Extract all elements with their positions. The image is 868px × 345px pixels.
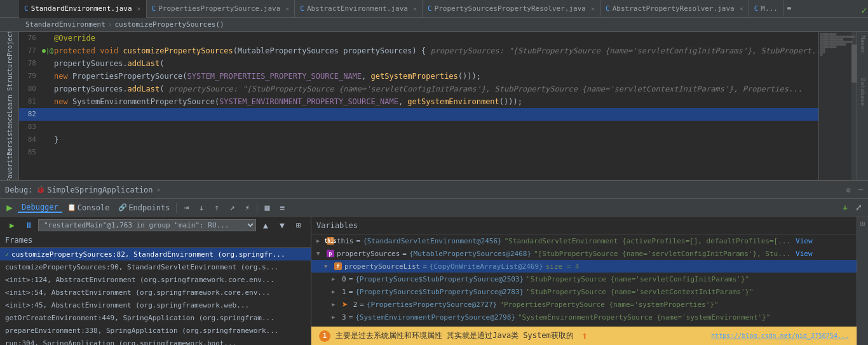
tab-abstract-property-resolver[interactable]: C AbstractPropertyResolver.java ✕ (600, 0, 749, 18)
code-line-82: 82 (19, 108, 818, 121)
tab-bar: C StandardEnvironment.java ✕ C Propertie… (0, 0, 868, 18)
debug-header: Debug: 🐞 SimpleSpringApplication ✕ ⚙ ─ (0, 181, 868, 199)
step-into-btn[interactable]: ↓ (194, 201, 208, 215)
step-out-btn[interactable]: ↑ (210, 201, 224, 215)
view-link[interactable]: View (796, 237, 813, 245)
tooltip-number: 1 (319, 330, 330, 342)
debug-app-icon: 🐞 SimpleSpringApplication (36, 186, 153, 194)
tab-abstract-environment[interactable]: C AbstractEnvironment.java ✕ (295, 0, 423, 18)
var-item-propertysources[interactable]: ▼ p propertySources = {MutablePropertySo… (311, 247, 857, 260)
step-over-btn[interactable]: ⇥ (179, 201, 193, 215)
code-line-76: 76 @Override (19, 32, 818, 44)
maven-icon[interactable]: Maven (858, 33, 867, 55)
evaluate-btn[interactable]: ⚡ (240, 201, 254, 215)
tab-m[interactable]: C M... (749, 0, 783, 18)
code-line-80: 80 propertySources.addLast( propertySour… (19, 83, 818, 95)
var-item-this[interactable]: ▶ this this = {StandardServletEnvironmen… (311, 234, 857, 247)
tooltip-arrow-icon: ⬆ (581, 329, 588, 342)
editor-area: Project Structure Learn Persistence Favo… (0, 32, 868, 180)
layout-icon[interactable]: ⊞ (860, 219, 865, 228)
var-item-2[interactable]: ▶ ➤ 2 = {PropertiesPropertySource@2727} … (311, 298, 857, 311)
debug-toolbar: ▶ Debugger 📋 Console 🔗 Endpoints ⇥ ↓ ↑ ↗… (0, 199, 868, 217)
var-item-propertysourcelist[interactable]: ▼ f propertySourceList = {CopyOnWriteArr… (311, 260, 857, 273)
right-icons-panel: Maven Database ✓ (857, 32, 868, 180)
tab-debugger[interactable]: Debugger (18, 203, 62, 213)
frame-item[interactable]: getOrCreateEnvironment:449, SpringApplic… (0, 311, 311, 324)
frames-btn[interactable]: ▦ (260, 201, 274, 215)
minimap: ████████████████████████████████████████… (818, 32, 857, 180)
code-line-78: 78 propertySources.addLast( (19, 57, 818, 70)
code-line-77: 77 ●|@ protected void customizePropertyS… (19, 44, 818, 57)
frame-item[interactable]: <init>:124, AbstractEnvironment (org.spr… (0, 273, 311, 286)
persistence-icon[interactable]: Persistence (1, 126, 18, 144)
right-side-panel: ⊞ (857, 217, 868, 345)
variables-header: Variables (311, 217, 857, 234)
project-icon[interactable]: Project (1, 34, 18, 52)
tooltip-text: 主要是过去系统属性和环境属性 其实就是通过Java类 System获取的 (336, 330, 574, 341)
tab-property-sources-resolver[interactable]: C PropertySourcesPropertyResolver.java ✕ (423, 0, 600, 18)
expand-panel-btn[interactable]: ⤢ (851, 201, 865, 215)
debug-app-name: SimpleSpringApplication (47, 186, 153, 194)
var-item-1[interactable]: ▶ 1 = {PropertySource$StubPropertySource… (311, 285, 857, 298)
structure-icon[interactable]: Structure (1, 65, 18, 83)
thread-selector: ▶ ⏸ "restartedMain"@1,763 in group "main… (0, 217, 311, 233)
favorites-icon[interactable]: Favorites (1, 156, 18, 174)
tab-close-icon[interactable]: ✕ (413, 5, 417, 12)
view-link[interactable]: View (796, 250, 813, 258)
frame-item[interactable]: ✓ customizePropertySources:82, StandardE… (0, 248, 311, 260)
csdn-link[interactable]: https://blog.csdn.net/nid_3750754... (711, 332, 849, 339)
tab-close-icon[interactable]: ✕ (137, 5, 141, 12)
variables-list: ▶ this this = {StandardServletEnvironmen… (311, 234, 857, 327)
down-btn[interactable]: ▼ (275, 218, 289, 232)
thread-pause-btn[interactable]: ⏸ (22, 218, 36, 232)
debug-minimize-icon[interactable]: ─ (858, 186, 863, 194)
learn-icon[interactable]: Learn (1, 95, 18, 113)
frame-item[interactable]: prepareEnvironment:338, SpringApplicatio… (0, 324, 311, 337)
frame-item[interactable]: <init>:45, AbstractEnvironment (org.spri… (0, 299, 311, 311)
resume-btn[interactable]: ▶ (3, 201, 17, 215)
tab-console[interactable]: 📋 Console (64, 203, 114, 212)
add-watch-btn[interactable]: + (840, 203, 850, 213)
code-editor: 76 @Override 77 ●|@ protected void custo… (19, 32, 818, 180)
frames-panel: ▶ ⏸ "restartedMain"@1,763 in group "main… (0, 217, 311, 345)
database-icon[interactable]: Database (858, 76, 867, 108)
code-line-84: 84 } (19, 133, 818, 146)
left-panel: Project Structure Learn Persistence Favo… (0, 32, 19, 180)
up-btn[interactable]: ▲ (259, 218, 273, 232)
tab-overflow[interactable]: ≡ (783, 4, 796, 13)
tab-standard-environment[interactable]: C StandardEnvironment.java ✕ (19, 0, 147, 18)
variables-panel: Variables ▶ this this = {StandardServlet… (311, 217, 857, 345)
code-line-81: 81 new SystemEnvironmentPropertySource(S… (19, 95, 818, 108)
code-line-83: 83 (19, 121, 818, 133)
tab-close-icon[interactable]: ✕ (285, 5, 289, 12)
frame-item[interactable]: run:304, SpringApplication (org.springfr… (0, 337, 311, 345)
tooltip-callout: 1 主要是过去系统属性和环境属性 其实就是通过Java类 System获取的 ⬆… (311, 327, 857, 345)
tab-close-icon[interactable]: ✕ (591, 5, 595, 12)
tab-properties-property-source[interactable]: C PropertiesPropertySource.java ✕ (147, 0, 295, 18)
code-lines: 76 @Override 77 ●|@ protected void custo… (19, 32, 818, 180)
tab-close-icon[interactable]: ✕ (740, 5, 743, 12)
run-to-cursor-btn[interactable]: ↗ (225, 201, 239, 215)
arrow-icon: ➤ (342, 299, 348, 311)
threads-btn[interactable]: ≡ (275, 201, 289, 215)
debug-title: Debug: (5, 186, 32, 194)
frame-list: ✓ customizePropertySources:82, StandardE… (0, 248, 311, 345)
frame-item[interactable]: customizePropertySources:90, StandardSer… (0, 260, 311, 273)
tab-endpoints[interactable]: 🔗 Endpoints (114, 203, 173, 212)
debug-section: Debug: 🐞 SimpleSpringApplication ✕ ⚙ ─ ▶… (0, 180, 868, 345)
frame-item[interactable]: <init>:54, AbstractEnvironment (org.spri… (0, 286, 311, 299)
breadcrumb: StandardEnvironment › customizePropertyS… (0, 18, 868, 32)
thread-resume-btn[interactable]: ▶ (5, 218, 19, 232)
debug-settings-icon[interactable]: ⚙ (846, 186, 851, 194)
code-line-79: 79 new PropertiesPropertySource(SYSTEM_P… (19, 70, 818, 83)
var-item-0[interactable]: ▶ 0 = {PropertySource$StubPropertySource… (311, 273, 857, 285)
frames-header: Frames (0, 233, 311, 248)
debug-body: ▶ ⏸ "restartedMain"@1,763 in group "main… (0, 217, 868, 345)
debug-close-icon[interactable]: ✕ (157, 186, 161, 193)
code-line-85: 85 (19, 146, 818, 159)
filter-btn[interactable]: ⊞ (292, 218, 306, 232)
var-item-3[interactable]: ▶ 3 = {SystemEnvironmentPropertySource@2… (311, 311, 857, 323)
thread-dropdown[interactable]: "restartedMain"@1,763 in group "main": R… (38, 219, 256, 231)
